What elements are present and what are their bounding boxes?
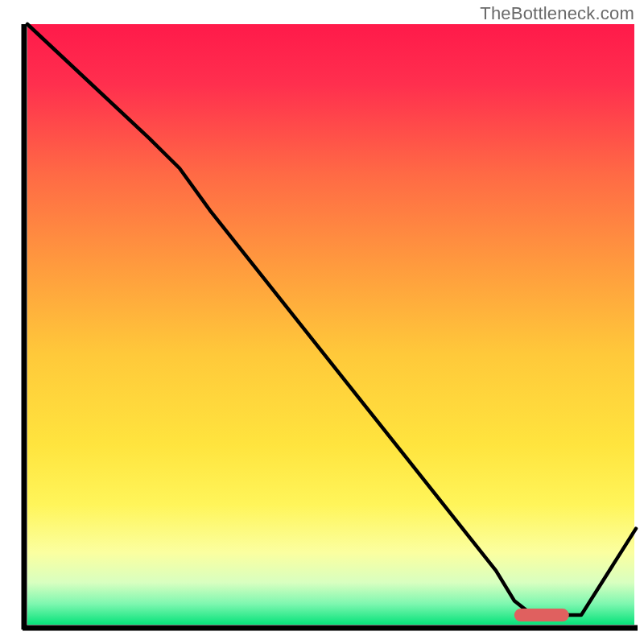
optimum-marker [514, 609, 569, 621]
chart-container: TheBottleneck.com [0, 0, 644, 644]
bottleneck-chart [0, 0, 644, 644]
gradient-plot-area [27, 24, 634, 625]
